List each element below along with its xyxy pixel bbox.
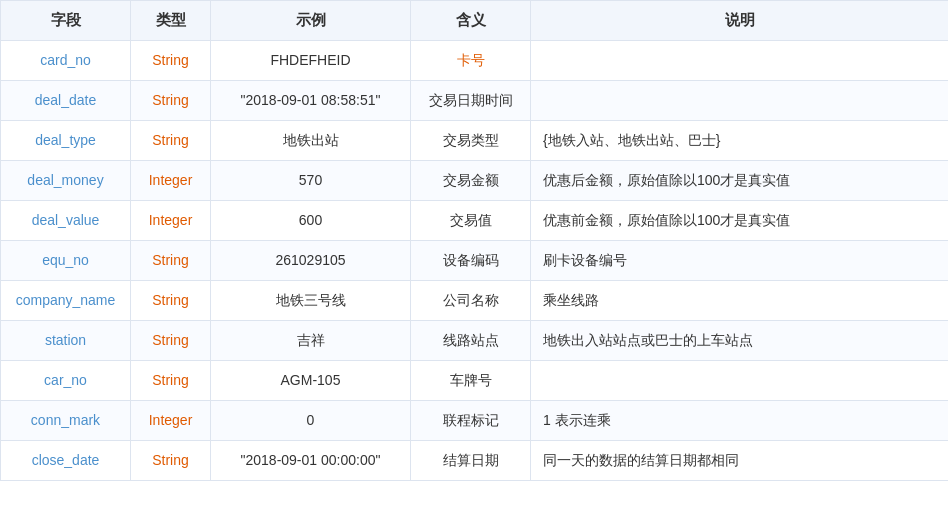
cell-type: Integer bbox=[131, 161, 211, 201]
table-row: conn_markInteger0联程标记1 表示连乘 bbox=[1, 401, 949, 441]
cell-type: String bbox=[131, 321, 211, 361]
table-header-row: 字段 类型 示例 含义 说明 bbox=[1, 1, 949, 41]
cell-meaning: 结算日期 bbox=[411, 441, 531, 481]
cell-meaning: 交易金额 bbox=[411, 161, 531, 201]
cell-field: conn_mark bbox=[1, 401, 131, 441]
table-row: deal_moneyInteger570交易金额优惠后金额，原始值除以100才是… bbox=[1, 161, 949, 201]
cell-desc bbox=[531, 81, 949, 121]
cell-meaning: 设备编码 bbox=[411, 241, 531, 281]
cell-desc bbox=[531, 361, 949, 401]
cell-desc: 优惠前金额，原始值除以100才是真实值 bbox=[531, 201, 949, 241]
cell-field: deal_type bbox=[1, 121, 131, 161]
table-row: company_nameString地铁三号线公司名称乘坐线路 bbox=[1, 281, 949, 321]
cell-meaning: 交易日期时间 bbox=[411, 81, 531, 121]
cell-example: 地铁三号线 bbox=[211, 281, 411, 321]
data-table: 字段 类型 示例 含义 说明 card_noStringFHDEFHEID卡号d… bbox=[0, 0, 948, 481]
cell-desc: 地铁出入站站点或巴士的上车站点 bbox=[531, 321, 949, 361]
table-row: deal_dateString"2018-09-01 08:58:51"交易日期… bbox=[1, 81, 949, 121]
cell-type: String bbox=[131, 361, 211, 401]
cell-field: card_no bbox=[1, 41, 131, 81]
cell-meaning: 交易类型 bbox=[411, 121, 531, 161]
cell-meaning: 线路站点 bbox=[411, 321, 531, 361]
cell-desc bbox=[531, 41, 949, 81]
cell-type: String bbox=[131, 41, 211, 81]
cell-example: 261029105 bbox=[211, 241, 411, 281]
cell-example: AGM-105 bbox=[211, 361, 411, 401]
table-row: car_noStringAGM-105车牌号 bbox=[1, 361, 949, 401]
cell-meaning: 交易值 bbox=[411, 201, 531, 241]
cell-desc: 同一天的数据的结算日期都相同 bbox=[531, 441, 949, 481]
cell-desc: 乘坐线路 bbox=[531, 281, 949, 321]
cell-type: String bbox=[131, 441, 211, 481]
cell-example: 吉祥 bbox=[211, 321, 411, 361]
cell-meaning: 联程标记 bbox=[411, 401, 531, 441]
cell-desc: 优惠后金额，原始值除以100才是真实值 bbox=[531, 161, 949, 201]
cell-type: String bbox=[131, 241, 211, 281]
cell-meaning: 卡号 bbox=[411, 41, 531, 81]
table-row: equ_noString261029105设备编码刷卡设备编号 bbox=[1, 241, 949, 281]
cell-type: Integer bbox=[131, 401, 211, 441]
table-row: close_dateString"2018-09-01 00:00:00"结算日… bbox=[1, 441, 949, 481]
table-row: stationString吉祥线路站点地铁出入站站点或巴士的上车站点 bbox=[1, 321, 949, 361]
cell-example: "2018-09-01 00:00:00" bbox=[211, 441, 411, 481]
cell-field: close_date bbox=[1, 441, 131, 481]
cell-example: 地铁出站 bbox=[211, 121, 411, 161]
cell-type: String bbox=[131, 281, 211, 321]
cell-example: FHDEFHEID bbox=[211, 41, 411, 81]
cell-field: equ_no bbox=[1, 241, 131, 281]
table-row: deal_typeString地铁出站交易类型{地铁入站、地铁出站、巴士} bbox=[1, 121, 949, 161]
cell-example: "2018-09-01 08:58:51" bbox=[211, 81, 411, 121]
cell-type: String bbox=[131, 81, 211, 121]
cell-desc: {地铁入站、地铁出站、巴士} bbox=[531, 121, 949, 161]
table-row: deal_valueInteger600交易值优惠前金额，原始值除以100才是真… bbox=[1, 201, 949, 241]
cell-example: 0 bbox=[211, 401, 411, 441]
cell-field: station bbox=[1, 321, 131, 361]
cell-meaning: 车牌号 bbox=[411, 361, 531, 401]
table-container: 字段 类型 示例 含义 说明 card_noStringFHDEFHEID卡号d… bbox=[0, 0, 948, 481]
col-header-desc: 说明 bbox=[531, 1, 949, 41]
cell-desc: 刷卡设备编号 bbox=[531, 241, 949, 281]
col-header-example: 示例 bbox=[211, 1, 411, 41]
cell-field: deal_date bbox=[1, 81, 131, 121]
cell-example: 600 bbox=[211, 201, 411, 241]
cell-example: 570 bbox=[211, 161, 411, 201]
cell-meaning: 公司名称 bbox=[411, 281, 531, 321]
col-header-type: 类型 bbox=[131, 1, 211, 41]
table-row: card_noStringFHDEFHEID卡号 bbox=[1, 41, 949, 81]
col-header-meaning: 含义 bbox=[411, 1, 531, 41]
cell-field: company_name bbox=[1, 281, 131, 321]
cell-desc: 1 表示连乘 bbox=[531, 401, 949, 441]
cell-field: deal_money bbox=[1, 161, 131, 201]
cell-field: deal_value bbox=[1, 201, 131, 241]
cell-type: String bbox=[131, 121, 211, 161]
cell-type: Integer bbox=[131, 201, 211, 241]
col-header-field: 字段 bbox=[1, 1, 131, 41]
cell-field: car_no bbox=[1, 361, 131, 401]
